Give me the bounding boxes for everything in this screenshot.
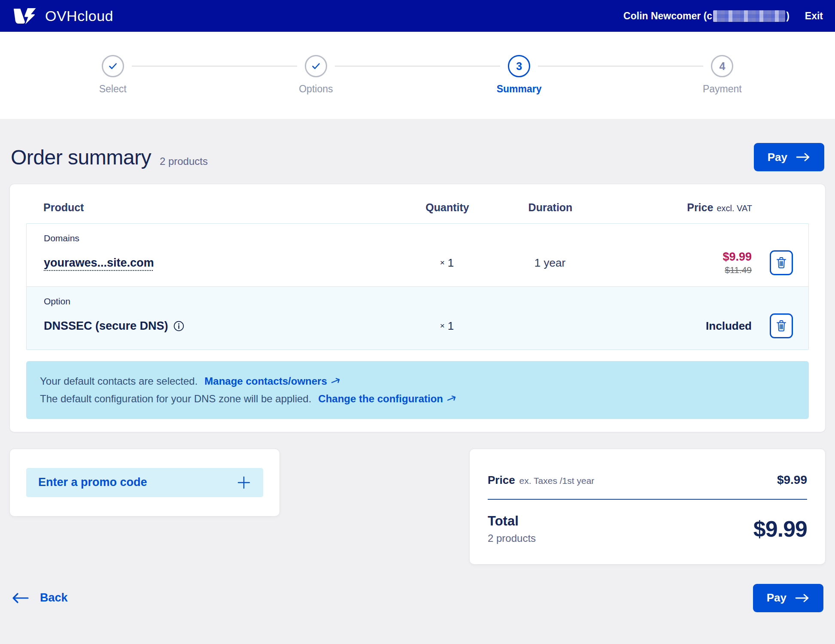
price-value: $9.99 xyxy=(777,473,807,487)
plus-icon xyxy=(237,475,251,490)
row-category-label: Domains xyxy=(44,233,793,243)
step-summary-number: 3 xyxy=(516,60,522,73)
promo-code-card: Enter a promo code xyxy=(10,449,279,516)
row-category-label: Option xyxy=(44,296,793,307)
trash-icon xyxy=(777,320,786,331)
brand: OVHcloud xyxy=(12,7,113,25)
page-title: Order summary xyxy=(11,146,151,169)
step-options[interactable]: Options xyxy=(214,55,417,95)
top-navbar: OVHcloud Colin Newcomer (c) Exit xyxy=(0,0,835,32)
price-cell: $9.99 $11.49 xyxy=(610,250,752,275)
pay-button-bottom[interactable]: Pay xyxy=(753,584,823,612)
back-link-label: Back xyxy=(40,591,68,605)
ovhcloud-logo-icon xyxy=(12,7,39,25)
arrow-left-icon xyxy=(12,592,29,604)
trash-icon xyxy=(777,257,786,268)
quantity-cell: ×1 xyxy=(404,256,490,270)
check-icon xyxy=(108,61,118,71)
step-payment-label: Payment xyxy=(703,83,742,95)
arrow-right-icon xyxy=(796,152,811,162)
option-name: DNSSEC (secure DNS) xyxy=(44,319,404,333)
step-summary-label: Summary xyxy=(497,83,542,95)
configuration-notice: Your default contacts are selected. Mana… xyxy=(26,361,809,419)
price-label: Price xyxy=(488,474,515,487)
price-summary-card: Price ex. Taxes /1st year $9.99 Total 2 … xyxy=(470,449,825,564)
dns-notice-text: The default configuration for your DNS z… xyxy=(40,390,311,407)
step-options-circle[interactable] xyxy=(305,55,327,77)
column-header-quantity: Quantity xyxy=(404,201,490,214)
pay-button-top[interactable]: Pay xyxy=(754,143,824,171)
table-row-option: Option DNSSEC (secure DNS) ×1 Included xyxy=(27,286,808,349)
arrow-right-icon xyxy=(331,377,341,386)
step-select-circle[interactable] xyxy=(102,55,124,77)
table-row-domain: Domains yourawes...site.com ×1 1 year $9… xyxy=(27,224,808,286)
column-header-price: Priceexcl. VAT xyxy=(610,201,752,214)
promo-code-label: Enter a promo code xyxy=(38,476,147,489)
step-options-label: Options xyxy=(299,83,333,95)
check-icon xyxy=(311,61,321,71)
quantity-cell: ×1 xyxy=(404,319,490,333)
product-count: 2 products xyxy=(160,155,208,167)
column-header-duration: Duration xyxy=(490,201,610,214)
step-payment-number: 4 xyxy=(719,60,725,73)
duration-cell: 1 year xyxy=(490,256,610,270)
order-items: Domains yourawes...site.com ×1 1 year $9… xyxy=(26,223,809,350)
table-header-row: Product Quantity Duration Priceexcl. VAT xyxy=(26,195,809,223)
price-cell: Included xyxy=(610,319,752,333)
pay-button-top-label: Pay xyxy=(768,151,787,164)
price-taxes-note: ex. Taxes /1st year xyxy=(519,476,595,486)
checkout-stepper: Select Options 3 Summary 4 Payment xyxy=(0,32,835,119)
info-icon[interactable] xyxy=(173,321,184,331)
change-configuration-link[interactable]: Change the configuration xyxy=(318,390,457,407)
step-select[interactable]: Select xyxy=(11,55,214,95)
arrow-right-icon xyxy=(447,395,457,403)
step-select-label: Select xyxy=(99,83,127,95)
domain-name-link[interactable]: yourawes...site.com xyxy=(44,256,154,270)
exit-link[interactable]: Exit xyxy=(805,10,823,22)
order-summary-card: Product Quantity Duration Priceexcl. VAT… xyxy=(10,184,825,432)
included-price: Included xyxy=(610,319,752,333)
pay-button-bottom-label: Pay xyxy=(767,591,786,605)
contacts-notice-text: Your default contacts are selected. xyxy=(40,372,197,390)
manage-contacts-link[interactable]: Manage contacts/owners xyxy=(204,372,341,390)
total-products-count: 2 products xyxy=(488,532,536,544)
step-summary-circle: 3 xyxy=(508,55,530,77)
delete-domain-button[interactable] xyxy=(770,250,793,275)
total-value: $9.99 xyxy=(753,516,807,542)
delete-option-button[interactable] xyxy=(770,313,793,338)
brand-name: OVHcloud xyxy=(45,8,113,24)
back-link[interactable]: Back xyxy=(12,591,68,605)
total-label: Total xyxy=(488,513,536,529)
column-header-product: Product xyxy=(43,201,404,214)
current-price: $9.99 xyxy=(610,250,752,264)
promo-code-toggle[interactable]: Enter a promo code xyxy=(26,468,263,497)
user-email-redacted xyxy=(713,10,785,22)
step-payment-circle: 4 xyxy=(711,55,733,77)
original-price: $11.49 xyxy=(610,265,752,275)
price-vat-note: excl. VAT xyxy=(717,204,752,213)
user-account-label: Colin Newcomer (c) xyxy=(623,10,789,22)
step-payment: 4 Payment xyxy=(621,55,824,95)
step-summary: 3 Summary xyxy=(418,55,621,95)
arrow-right-icon xyxy=(795,593,810,603)
